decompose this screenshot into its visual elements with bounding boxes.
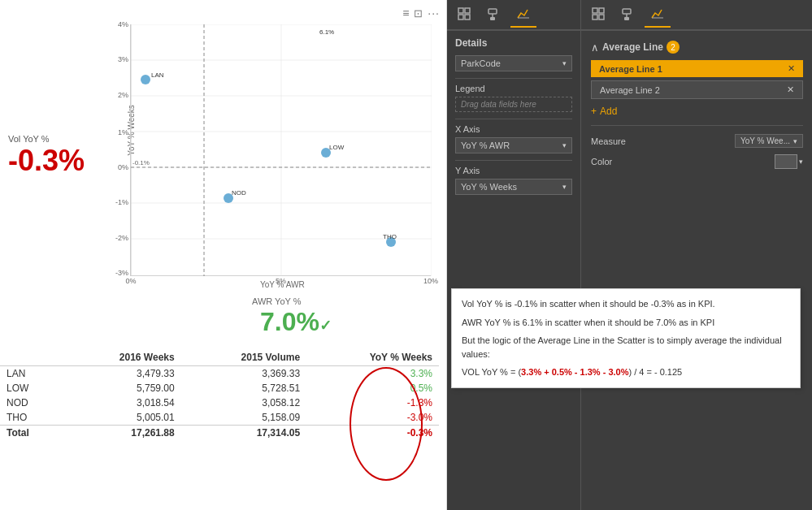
measure-value: YoY % Wee...	[740, 136, 790, 145]
data-table: 2016 Weeks 2015 Volume YoY % Weeks LAN 3…	[0, 349, 439, 440]
row-2015-tho: 5,158.09	[181, 410, 306, 426]
fields-icon-r	[592, 7, 606, 22]
svg-rect-21	[593, 8, 597, 13]
tab-analytics[interactable]	[510, 2, 536, 28]
x-axis-dropdown[interactable]: YoY % AWR ▾	[455, 137, 572, 153]
y-tick-3: 3%	[118, 55, 131, 63]
details-title: Details	[455, 37, 572, 49]
col-header-yoy: YoY % Weeks	[306, 349, 439, 366]
total-2016: 17,261.88	[62, 426, 180, 441]
avg-line-1-item[interactable]: Average Line 1 ✕	[591, 60, 803, 77]
total-2015: 17,314.05	[181, 426, 306, 441]
legend-label: Legend	[455, 84, 572, 93]
col-header-name	[0, 349, 62, 366]
analytics-content: ∧ Average Line 2 Average Line 1 ✕ Averag…	[581, 31, 812, 179]
label-avg-h: -0.1%	[132, 159, 150, 166]
svg-rect-27	[624, 17, 629, 20]
expand-icon[interactable]: ⊡	[414, 7, 423, 19]
point-lan[interactable]	[141, 75, 150, 84]
avg-line-1-close[interactable]: ✕	[788, 63, 795, 74]
tab-analytics-r[interactable]	[645, 2, 671, 28]
x-axis-field-label: X Axis	[455, 124, 572, 134]
row-2015-lan: 3,369.33	[181, 366, 306, 382]
table-row: LAN 3,479.33 3,369.33 3.3%	[0, 366, 439, 382]
y-axis-field-label: Y Axis	[455, 166, 572, 175]
divider1	[455, 78, 572, 79]
row-name-tho: THO	[0, 410, 62, 426]
parkcode-label: ParkCode	[461, 58, 501, 68]
svg-rect-13	[458, 8, 463, 13]
row-2016-lan: 3,479.33	[62, 366, 180, 382]
format-area: Details ParkCode ▾ Legend Drag data fiel…	[447, 0, 581, 510]
row-name-low: LOW	[0, 381, 62, 395]
scatter-chart: LAN LOW NOD THO 6.1% -0.1% 4% 3% 2% 1% 0…	[130, 24, 431, 276]
svg-rect-23	[593, 15, 597, 19]
annotation-line2: AWR YoY % is 6.1% in scatter when it sho…	[462, 316, 790, 330]
tab-format[interactable]	[481, 2, 507, 28]
grid-icon[interactable]: ≡	[402, 6, 409, 19]
add-icon: +	[591, 106, 597, 117]
divider-analytics	[591, 125, 803, 126]
measure-row: Measure YoY % Wee... ▾	[581, 131, 812, 151]
row-2016-nod: 3,018.54	[62, 395, 180, 410]
svg-rect-19	[490, 17, 495, 20]
collapse-icon: ∧	[591, 41, 599, 54]
svg-rect-15	[458, 15, 463, 19]
table-row: LOW 5,759.00 5,728.51 0.5%	[0, 381, 439, 395]
avg-line-2-item[interactable]: Average Line 2 ✕	[591, 80, 803, 99]
color-row: Color ▾	[581, 151, 812, 172]
annotation-line1: Vol YoY % is -0.1% in scatter when it sh…	[462, 297, 790, 311]
annotation-line3: But the logic of the Average Line in the…	[462, 334, 790, 361]
row-2016-tho: 5,005.01	[62, 410, 180, 426]
tab-fields-r[interactable]	[586, 2, 612, 28]
y-axis-dropdown[interactable]: YoY % Weeks ▾	[455, 179, 572, 195]
chart-toolbar: ≡ ⊡ ···	[402, 6, 440, 19]
annotation-highlight: 3.3% + 0.5% - 1.3% - 3.0%	[521, 367, 628, 377]
row-2016-low: 5,759.00	[62, 381, 180, 395]
y-tick-2: 2%	[118, 91, 131, 99]
avg-line-title: Average Line	[602, 41, 663, 53]
tab-fields[interactable]	[452, 2, 478, 28]
svg-rect-25	[623, 9, 631, 14]
avg-line-header[interactable]: ∧ Average Line 2	[581, 37, 812, 57]
analytics-icon-r	[650, 6, 665, 21]
x-axis-label: YoY % AWR	[260, 280, 305, 289]
row-yoy-nod: -1.3%	[306, 395, 439, 410]
kpi-awr-value: 7.0%✓	[260, 307, 332, 337]
annotation-box: Vol YoY % is -0.1% in scatter when it sh…	[451, 288, 801, 388]
color-label: Color	[591, 157, 612, 166]
annotation-line4-suffix: ) / 4 = - 0.125	[628, 367, 682, 377]
row-yoy-tho: -3.0%	[306, 410, 439, 426]
measure-label: Measure	[591, 136, 626, 146]
avg-line-2-close[interactable]: ✕	[787, 84, 794, 95]
analytics-area: ∧ Average Line 2 Average Line 1 ✕ Averag…	[581, 0, 812, 510]
parkcode-dropdown[interactable]: ParkCode ▾	[455, 55, 572, 71]
tab-format-r[interactable]	[615, 2, 641, 28]
parkcode-chevron: ▾	[562, 59, 567, 67]
label-lan: LAN	[151, 71, 164, 79]
svg-rect-16	[465, 15, 470, 19]
color-picker[interactable]: ▾	[775, 154, 803, 169]
add-button[interactable]: + Add	[581, 102, 812, 120]
y-tick-0: 0%	[118, 163, 131, 171]
kpi-vol-label: Vol YoY %	[8, 134, 50, 144]
y-tick-1: 1%	[118, 128, 131, 136]
legend-placeholder[interactable]: Drag data fields here	[455, 97, 572, 112]
table-total-row: Total 17,261.88 17,314.05 -0.3%	[0, 426, 439, 441]
awr-yoy-label: AWR YoY %	[252, 296, 302, 306]
measure-dropdown[interactable]: YoY % Wee... ▾	[735, 134, 803, 148]
row-name-nod: NOD	[0, 395, 62, 410]
row-yoy-low: 0.5%	[306, 381, 439, 395]
row-name-lan: LAN	[0, 366, 62, 382]
y-axis-value: YoY % Weeks	[461, 182, 517, 192]
label-tho: THO	[383, 233, 397, 240]
label-nod: NOD	[232, 189, 246, 197]
right-panel: Details ParkCode ▾ Legend Drag data fiel…	[447, 0, 812, 510]
fields-icon	[458, 7, 472, 22]
color-swatch[interactable]	[775, 154, 797, 169]
kpi-vol-value: -0.3%	[8, 146, 85, 175]
details-section: Details ParkCode ▾ Legend Drag data fiel…	[447, 31, 580, 201]
col-header-2015: 2015 Volume	[181, 349, 306, 366]
more-icon[interactable]: ···	[428, 6, 440, 19]
x-axis-chevron: ▾	[562, 141, 567, 149]
